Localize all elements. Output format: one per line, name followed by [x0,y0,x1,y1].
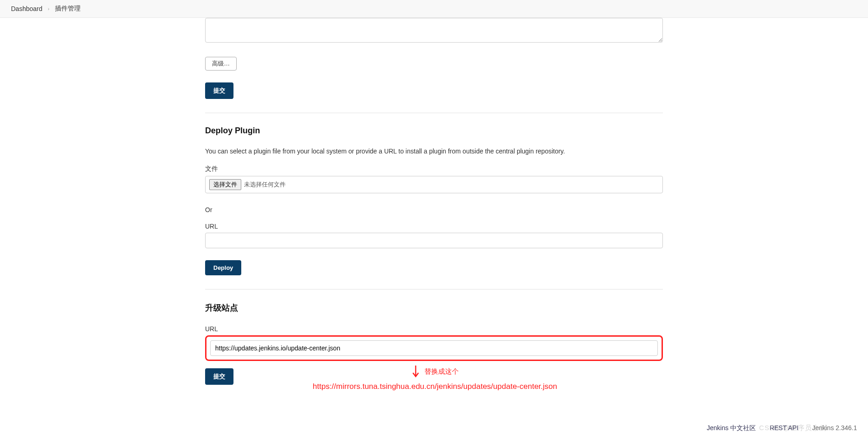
submit-proxy-button[interactable]: 提交 [205,82,233,99]
breadcrumb-plugin-manager[interactable]: 插件管理 [55,5,81,13]
chevron-right-icon: › [48,6,49,11]
breadcrumb: Dashboard › 插件管理 [0,0,868,18]
file-status-text: 未选择任何文件 [244,180,286,189]
file-input-row[interactable]: 选择文件 未选择任何文件 [205,176,663,193]
no-proxy-textarea[interactable] [205,18,663,43]
divider [205,289,663,290]
breadcrumb-dashboard[interactable]: Dashboard [11,5,43,12]
upgrade-url-label: URL [205,325,663,333]
upgrade-site-title: 升级站点 [205,302,663,313]
main-content: 高级… 提交 Deploy Plugin You can select a pl… [196,18,672,419]
annotation-url: https://mirrors.tuna.tsinghua.edu.cn/jen… [207,382,663,391]
upgrade-url-input[interactable] [210,340,658,356]
annotation-arrow-row: 替换成这个 [207,365,663,378]
deploy-url-label: URL [205,223,663,230]
choose-file-button[interactable]: 选择文件 [209,179,241,190]
or-label: Or [205,206,663,213]
deploy-plugin-title: Deploy Plugin [205,126,663,136]
deploy-button[interactable]: Deploy [205,260,241,275]
file-label: 文件 [205,165,663,173]
deploy-plugin-desc: You can select a plugin file from your l… [205,147,663,155]
arrow-down-icon [412,365,420,378]
deploy-url-input[interactable] [205,233,663,248]
advanced-button[interactable]: 高级… [205,57,237,71]
divider [205,113,663,113]
annotation-label: 替换成这个 [424,367,459,376]
highlighted-url-box [205,335,663,361]
